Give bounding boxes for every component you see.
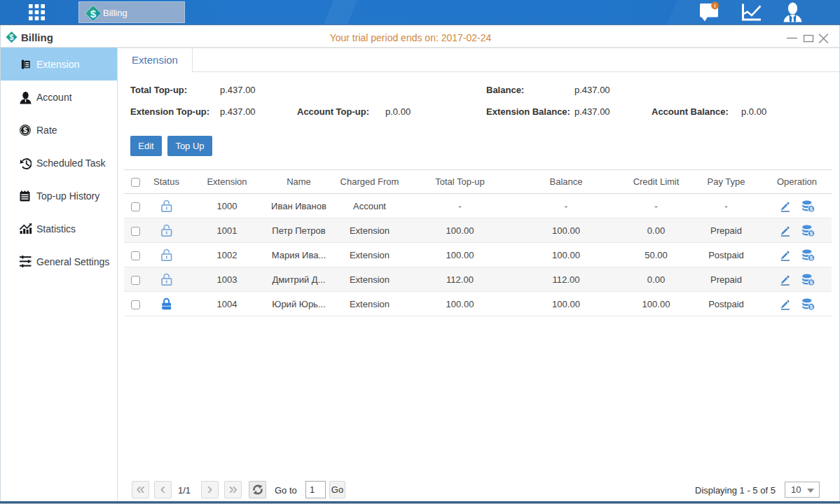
svg-text:$: $: [90, 8, 97, 20]
svg-text:!: !: [714, 3, 716, 9]
